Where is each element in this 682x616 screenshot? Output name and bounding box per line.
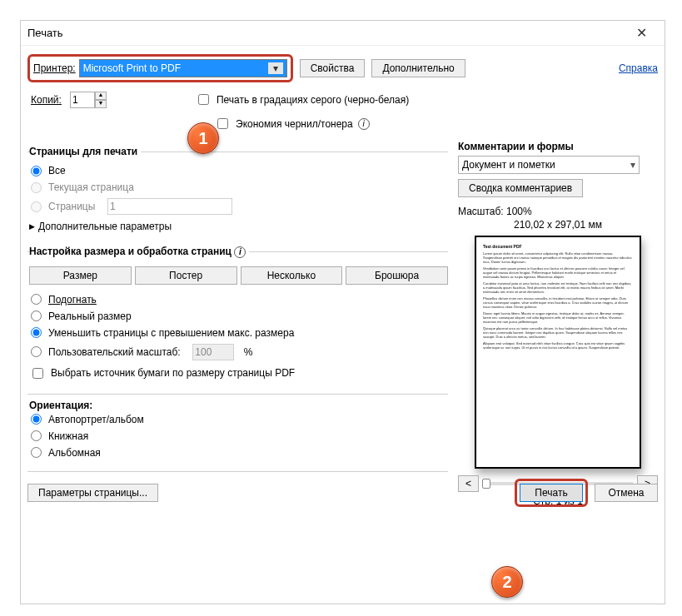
preview-doc-title: Test document PDF	[483, 244, 633, 249]
custom-scale-input	[192, 344, 234, 360]
orient-landscape-radio[interactable]	[31, 447, 42, 458]
pages-current-radio	[31, 182, 42, 193]
orient-portrait-radio[interactable]	[31, 430, 42, 441]
annotation-2: 2	[491, 566, 523, 598]
preview-dimensions: 210,02 x 297,01 мм	[458, 219, 658, 231]
multiple-button[interactable]: Несколько	[241, 266, 343, 285]
copies-input[interactable]	[70, 92, 95, 108]
copies-spinner[interactable]: ▲ ▼	[70, 92, 107, 108]
comments-legend: Комментарии и формы	[458, 141, 658, 152]
pages-range-input	[107, 198, 232, 215]
pages-range-radio	[31, 201, 42, 212]
copies-down[interactable]: ▼	[95, 100, 107, 108]
shrink-radio[interactable]	[31, 327, 42, 338]
preview-scale: Масштаб: 100%	[458, 206, 658, 217]
annotation-1: 1	[187, 122, 219, 154]
properties-button[interactable]: Свойства	[300, 59, 366, 77]
printer-combobox[interactable]: Microsoft Print to PDF ▾	[79, 59, 287, 77]
copies-up[interactable]: ▲	[95, 92, 107, 100]
sizing-legend: Настройка размера и обработка страниц i	[29, 246, 249, 258]
size-button[interactable]: Размер	[29, 266, 132, 285]
orient-legend: Ориентация:	[29, 400, 448, 411]
pages-legend: Страницы для печати	[29, 146, 141, 157]
grayscale-checkbox[interactable]	[198, 94, 209, 105]
info-icon[interactable]: i	[358, 118, 370, 130]
pages-fieldset: Страницы для печати Все Текущая страница…	[27, 146, 448, 241]
chevron-down-icon: ▾	[268, 62, 283, 74]
custom-radio[interactable]	[31, 346, 42, 357]
orientation-fieldset: Ориентация: Автопортрет/альбом Книжная А…	[27, 400, 448, 466]
comments-select[interactable]: Документ и пометки ▾	[458, 156, 640, 174]
chevron-down-icon: ▾	[630, 159, 635, 171]
triangle-right-icon: ▶	[29, 222, 35, 231]
poster-button[interactable]: Постер	[135, 266, 237, 285]
actual-radio[interactable]	[31, 310, 42, 321]
sizing-fieldset: Настройка размера и обработка страниц i …	[27, 246, 448, 389]
print-highlight: Печать	[515, 479, 588, 507]
print-dialog: Печать ✕ Принтер: Microsoft Print to PDF…	[20, 20, 665, 604]
pages-all-radio[interactable]	[31, 166, 42, 176]
paper-source-checkbox[interactable]	[32, 368, 43, 379]
help-link[interactable]: Справка	[619, 62, 658, 74]
page-setup-button[interactable]: Параметры страницы...	[27, 484, 158, 502]
pages-more-expander[interactable]: ▶Дополнительные параметры	[29, 217, 448, 236]
info-icon[interactable]: i	[234, 246, 246, 258]
comments-summary-button[interactable]: Сводка комментариев	[458, 179, 583, 197]
copies-label: Копий:	[31, 94, 62, 106]
titlebar: Печать ✕	[21, 21, 665, 46]
printer-highlight: Принтер: Microsoft Print to PDF ▾	[27, 54, 293, 82]
window-title: Печать	[27, 27, 625, 39]
printer-label: Принтер:	[33, 62, 76, 74]
inksave-checkbox[interactable]	[217, 118, 228, 129]
booklet-button[interactable]: Брошюра	[346, 266, 448, 285]
orient-auto-radio[interactable]	[31, 414, 42, 425]
printer-value: Microsoft Print to PDF	[83, 62, 181, 74]
advanced-button[interactable]: Дополнительно	[371, 59, 465, 77]
fit-radio[interactable]	[31, 294, 42, 305]
cancel-button[interactable]: Отмена	[595, 484, 658, 502]
grayscale-label: Печать в градациях серого (черно-белая)	[217, 94, 409, 106]
print-button[interactable]: Печать	[520, 484, 583, 502]
inksave-label: Экономия чернил/тонера	[236, 118, 353, 130]
page-preview: Test document PDF Lorem ipsum dolor sit …	[475, 236, 641, 469]
close-button[interactable]: ✕	[625, 24, 658, 42]
